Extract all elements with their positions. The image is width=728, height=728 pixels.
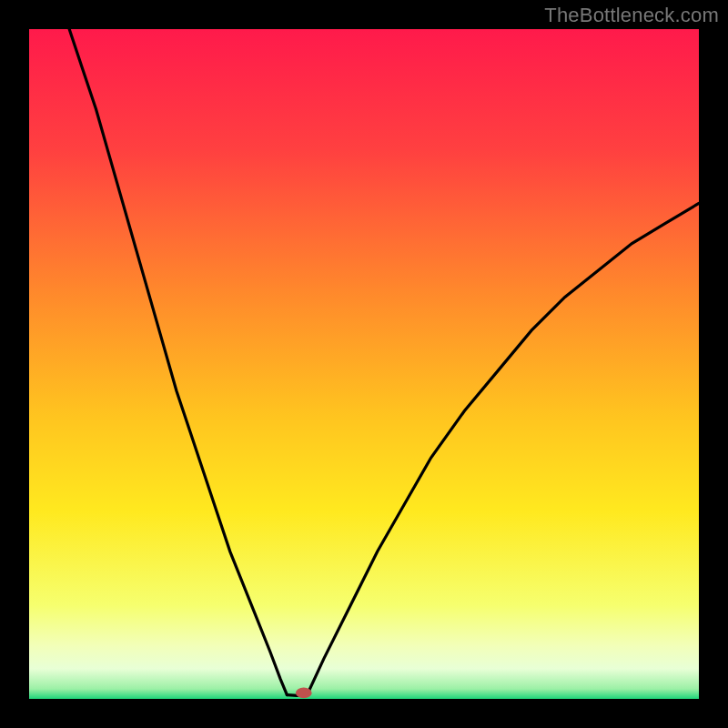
bottleneck-marker: [296, 687, 312, 698]
chart-frame: TheBottleneck.com: [0, 0, 728, 728]
plot-svg: [29, 29, 699, 699]
watermark-text: TheBottleneck.com: [544, 4, 719, 27]
gradient-background: [29, 29, 699, 699]
plot-area: [29, 29, 699, 699]
